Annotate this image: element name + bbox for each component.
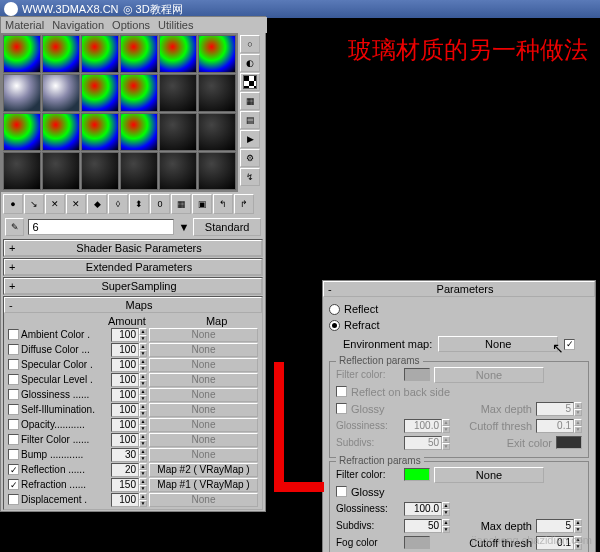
map-slot-button[interactable]: None — [149, 343, 258, 357]
spin-up-icon[interactable]: ▲ — [139, 493, 147, 500]
filter-color-swatch[interactable] — [404, 368, 430, 381]
material-slot[interactable] — [120, 113, 158, 151]
put-to-scene-icon[interactable]: ↘ — [24, 194, 44, 214]
material-slot[interactable] — [120, 35, 158, 73]
spin-up-icon[interactable]: ▲ — [139, 358, 147, 365]
map-slot-button[interactable]: None — [149, 388, 258, 402]
glossiness-input[interactable]: 100.0 — [404, 419, 442, 433]
rollout-header[interactable]: -Parameters — [323, 281, 595, 297]
mode-reflect-row[interactable]: Reflect — [329, 301, 589, 317]
map-checkbox[interactable] — [8, 464, 19, 475]
background-icon[interactable] — [240, 73, 260, 91]
radio-icon[interactable] — [329, 320, 340, 331]
spin-down-icon[interactable]: ▼ — [139, 335, 147, 342]
map-slot-button[interactable]: None — [149, 373, 258, 387]
spin-down-icon[interactable]: ▼ — [139, 500, 147, 507]
map-checkbox[interactable] — [8, 374, 19, 385]
amount-input[interactable]: 100 — [111, 373, 139, 387]
env-checkbox[interactable] — [564, 339, 575, 350]
filter-color-swatch[interactable] — [404, 468, 430, 481]
amount-input[interactable]: 100 — [111, 433, 139, 447]
spin-down-icon[interactable]: ▼ — [574, 409, 582, 416]
material-slot[interactable] — [198, 74, 236, 112]
amount-input[interactable]: 20 — [111, 463, 139, 477]
material-slot[interactable] — [198, 35, 236, 73]
spin-down-icon[interactable]: ▼ — [139, 455, 147, 462]
subdivs-input[interactable]: 50 — [404, 436, 442, 450]
show-end-result-icon[interactable]: ▣ — [192, 194, 212, 214]
map-slot-button[interactable]: None — [149, 448, 258, 462]
amount-input[interactable]: 30 — [111, 448, 139, 462]
options-icon[interactable]: ⚙ — [240, 149, 260, 167]
filter-map-button[interactable]: None — [434, 467, 544, 483]
map-checkbox[interactable] — [8, 494, 19, 505]
spin-up-icon[interactable]: ▲ — [139, 418, 147, 425]
spin-up-icon[interactable]: ▲ — [139, 328, 147, 335]
material-slot[interactable] — [42, 113, 80, 151]
amount-input[interactable]: 100 — [111, 358, 139, 372]
map-checkbox[interactable] — [8, 419, 19, 430]
material-slot[interactable] — [120, 74, 158, 112]
rollout-header[interactable]: +Shader Basic Parameters — [4, 240, 262, 256]
menu-options[interactable]: Options — [112, 19, 150, 31]
reset-icon[interactable]: ✕ — [66, 194, 86, 214]
material-slot[interactable] — [198, 152, 236, 190]
map-checkbox[interactable] — [8, 329, 19, 340]
amount-input[interactable]: 100 — [111, 493, 139, 507]
show-map-icon[interactable]: ▦ — [171, 194, 191, 214]
mode-refract-row[interactable]: Refract — [329, 317, 589, 333]
spin-up-icon[interactable]: ▲ — [139, 388, 147, 395]
map-checkbox[interactable] — [8, 359, 19, 370]
material-id-icon[interactable]: 0 — [150, 194, 170, 214]
rollout-header[interactable]: -Maps — [4, 297, 262, 313]
spin-up-icon[interactable]: ▲ — [139, 403, 147, 410]
environment-map-button[interactable]: None — [438, 336, 558, 352]
map-slot-button[interactable]: None — [149, 358, 258, 372]
material-slot[interactable] — [3, 35, 41, 73]
video-check-icon[interactable]: ▤ — [240, 111, 260, 129]
menu-utilities[interactable]: Utilities — [158, 19, 193, 31]
menu-navigation[interactable]: Navigation — [52, 19, 104, 31]
map-checkbox[interactable] — [8, 449, 19, 460]
material-slot[interactable] — [159, 113, 197, 151]
exit-color-swatch[interactable] — [556, 436, 582, 449]
material-slot[interactable] — [3, 113, 41, 151]
map-slot-button[interactable]: None — [149, 493, 258, 507]
map-checkbox[interactable] — [8, 434, 19, 445]
radio-icon[interactable] — [329, 304, 340, 315]
material-slot[interactable] — [81, 74, 119, 112]
eyedropper-icon[interactable]: ✎ — [5, 218, 24, 236]
material-name-input[interactable] — [28, 219, 174, 235]
sample-uv-icon[interactable]: ▦ — [240, 92, 260, 110]
cutoff-input[interactable]: 0.1 — [536, 419, 574, 433]
map-checkbox[interactable] — [8, 344, 19, 355]
map-slot-button[interactable]: None — [149, 403, 258, 417]
amount-input[interactable]: 100 — [111, 418, 139, 432]
spin-up-icon[interactable]: ▲ — [139, 463, 147, 470]
material-slot[interactable] — [42, 35, 80, 73]
material-slot[interactable] — [3, 152, 41, 190]
dropdown-arrow-icon[interactable]: ▼ — [178, 221, 189, 233]
spin-down-icon[interactable]: ▼ — [139, 380, 147, 387]
put-to-library-icon[interactable]: ⬍ — [129, 194, 149, 214]
material-slot[interactable] — [3, 74, 41, 112]
go-parent-icon[interactable]: ↰ — [213, 194, 233, 214]
map-checkbox[interactable] — [8, 404, 19, 415]
map-checkbox[interactable] — [8, 389, 19, 400]
backside-checkbox[interactable] — [336, 386, 347, 397]
glossy-checkbox[interactable] — [336, 403, 347, 414]
material-slot[interactable] — [159, 74, 197, 112]
material-slot[interactable] — [81, 113, 119, 151]
spin-up-icon[interactable]: ▲ — [574, 402, 582, 409]
rollout-header[interactable]: +Extended Parameters — [4, 259, 262, 275]
backlight-icon[interactable]: ◐ — [240, 54, 260, 72]
make-unique-icon[interactable]: ◊ — [108, 194, 128, 214]
map-slot-button[interactable]: None — [149, 433, 258, 447]
spin-down-icon[interactable]: ▼ — [139, 425, 147, 432]
maxdepth-input[interactable]: 5 — [536, 519, 574, 533]
spin-up-icon[interactable]: ▲ — [139, 343, 147, 350]
fog-color-swatch[interactable] — [404, 536, 430, 549]
amount-input[interactable]: 150 — [111, 478, 139, 492]
amount-input[interactable]: 100 — [111, 328, 139, 342]
material-slot[interactable] — [120, 152, 158, 190]
